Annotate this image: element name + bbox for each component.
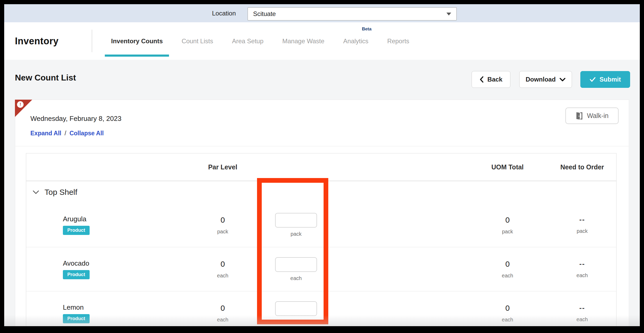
group-row-top-shelf[interactable]: Top Shelf xyxy=(26,181,616,203)
location-label: Location xyxy=(206,4,236,22)
column-header-par-level: Par Level xyxy=(189,163,257,171)
uom-total-unit: each xyxy=(502,317,513,323)
column-header-need-to-order: Need to Order xyxy=(548,163,616,171)
chevron-down-icon xyxy=(32,190,39,194)
par-level-value: 0 xyxy=(221,304,225,313)
count-date: Wednesday, February 8, 2023 xyxy=(30,115,121,123)
count-input[interactable] xyxy=(275,213,317,228)
download-button[interactable]: Download xyxy=(519,71,572,88)
uom-total-unit: each xyxy=(502,273,513,279)
submit-button-label: Submit xyxy=(599,76,621,83)
check-icon xyxy=(590,77,596,82)
need-to-order-value: -- xyxy=(579,304,585,312)
uom-total-value: 0 xyxy=(505,304,510,313)
tab-analytics[interactable]: Beta Analytics xyxy=(334,22,378,60)
chevron-left-icon xyxy=(479,76,484,83)
product-type-badge: Product xyxy=(63,314,90,323)
screenshot-frame: Location Scituate Inventory Inventory Co… xyxy=(0,0,644,333)
tab-area-setup[interactable]: Area Setup xyxy=(222,22,273,60)
table-row: Lemon Product 0 each each 0 each xyxy=(26,291,616,326)
link-separator: / xyxy=(63,130,68,137)
need-to-order-value: -- xyxy=(579,216,585,224)
location-dropdown-value: Scituate xyxy=(253,10,446,18)
count-table: Par Level UOM Total Need to Order Top Sh… xyxy=(26,153,616,326)
expand-collapse-links: Expand All / Collapse All xyxy=(30,130,104,137)
expand-all-link[interactable]: Expand All xyxy=(30,130,61,137)
table-row: Arugula Product 0 pack pack 0 pack xyxy=(26,203,616,247)
product-type-badge: Product xyxy=(63,270,90,279)
need-to-order-unit: each xyxy=(576,316,588,323)
walk-in-button[interactable]: Walk-in xyxy=(565,108,619,124)
tab-reports[interactable]: Reports xyxy=(378,22,419,60)
uom-total-value: 0 xyxy=(505,260,510,268)
app-window: Location Scituate Inventory Inventory Co… xyxy=(4,4,640,326)
product-name: Arugula xyxy=(63,215,86,223)
chevron-down-icon xyxy=(559,78,566,82)
product-type-badge: Product xyxy=(63,226,90,235)
par-level-value: 0 xyxy=(221,260,225,268)
beta-badge: Beta xyxy=(362,26,372,32)
par-level-value: 0 xyxy=(221,216,225,224)
page-title: New Count List xyxy=(15,73,76,83)
column-header-uom-total: UOM Total xyxy=(480,163,548,171)
par-level-unit: pack xyxy=(217,229,228,235)
header-divider xyxy=(92,30,92,52)
par-level-unit: each xyxy=(217,317,228,323)
caret-down-icon xyxy=(446,13,451,15)
need-to-order-value: -- xyxy=(579,260,585,268)
uom-total-value: 0 xyxy=(505,216,510,224)
walk-in-label: Walk-in xyxy=(587,112,608,120)
count-unit: pack xyxy=(291,231,302,237)
need-to-order-unit: pack xyxy=(577,228,588,234)
tab-analytics-label: Analytics xyxy=(343,37,368,45)
count-unit: each xyxy=(290,319,302,325)
app-header: Inventory Inventory Counts Count Lists A… xyxy=(4,22,640,60)
product-name: Avocado xyxy=(63,259,89,267)
uom-total-unit: pack xyxy=(502,229,513,235)
tab-manage-waste[interactable]: Manage Waste xyxy=(273,22,334,60)
count-list-card: ! Wednesday, February 8, 2023 Expand All… xyxy=(15,100,629,326)
group-label: Top Shelf xyxy=(45,188,77,197)
par-level-unit: each xyxy=(217,273,228,279)
door-icon xyxy=(575,112,583,120)
alert-icon: ! xyxy=(17,101,24,108)
app-title: Inventory xyxy=(15,22,59,60)
tab-inventory-counts[interactable]: Inventory Counts xyxy=(102,22,172,60)
need-to-order-unit: each xyxy=(576,272,588,278)
table-header-row: Par Level UOM Total Need to Order xyxy=(26,153,616,181)
product-name: Lemon xyxy=(63,303,84,311)
submit-button[interactable]: Submit xyxy=(580,71,630,88)
back-button-label: Back xyxy=(487,76,502,83)
location-bar: Location Scituate xyxy=(4,4,640,22)
card-divider xyxy=(15,146,629,146)
download-button-label: Download xyxy=(526,76,556,83)
table-row: Avocado Product 0 each each 0 each xyxy=(26,247,616,291)
count-input[interactable] xyxy=(275,257,317,272)
collapse-all-link[interactable]: Collapse All xyxy=(69,130,104,137)
location-dropdown[interactable]: Scituate xyxy=(248,7,457,20)
back-button[interactable]: Back xyxy=(472,71,510,88)
tab-count-lists[interactable]: Count Lists xyxy=(172,22,222,60)
tab-bar: Inventory Counts Count Lists Area Setup … xyxy=(102,22,419,60)
count-input[interactable] xyxy=(275,301,317,316)
count-unit: each xyxy=(290,275,302,281)
